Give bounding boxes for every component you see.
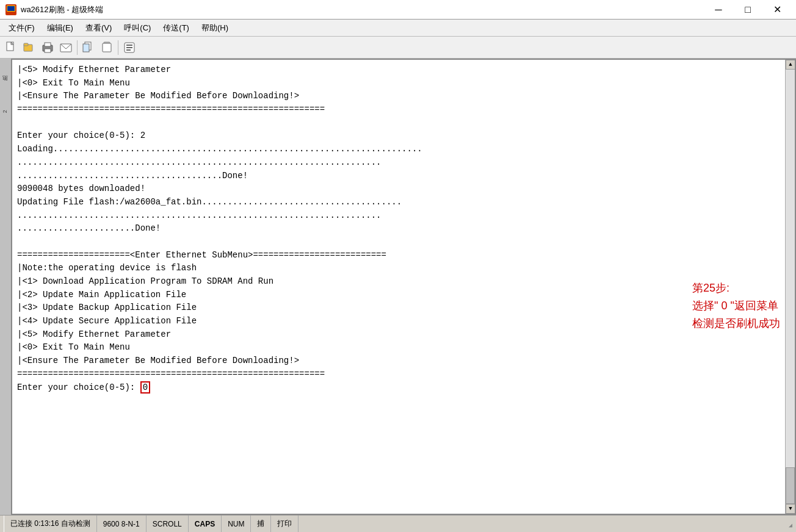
window-title: wa2612刷胞 - 超级终端 xyxy=(21,4,704,15)
open-icon xyxy=(23,41,35,54)
vertical-scrollbar[interactable]: ▲ ▼ xyxy=(785,60,795,514)
menu-edit[interactable]: 编辑(E) xyxy=(41,21,79,35)
svg-rect-9 xyxy=(45,49,51,52)
resize-grip[interactable]: ◢ xyxy=(783,519,792,529)
svg-rect-18 xyxy=(126,49,131,51)
toolbar-print[interactable] xyxy=(39,39,56,56)
scroll-thumb[interactable] xyxy=(786,467,795,504)
toolbar-mail[interactable] xyxy=(57,39,74,56)
status-item-5: 捕 xyxy=(251,516,271,532)
toolbar-new[interactable] xyxy=(2,39,20,56)
menu-call[interactable]: 呼叫(C) xyxy=(118,21,157,35)
toolbar-open[interactable] xyxy=(21,39,38,56)
new-icon xyxy=(5,41,17,54)
terminal-output[interactable]: |<5> Modify Ethernet Parameter |<0> Exit… xyxy=(12,60,785,514)
paste-icon xyxy=(101,41,113,54)
toolbar xyxy=(0,37,796,59)
annotation-line1: 第25步: xyxy=(692,282,729,294)
terminal-input-cursor: 0 xyxy=(140,381,150,394)
app-icon xyxy=(5,4,17,16)
svg-rect-12 xyxy=(83,44,89,52)
toolbar-paste[interactable] xyxy=(98,39,115,56)
scroll-track[interactable] xyxy=(786,70,795,504)
annotation-line3: 检测是否刷机成功 xyxy=(692,317,780,329)
status-bar: 已连接 0:13:16 自动检测9600 8-N-1SCROLLCAPSNUM捕… xyxy=(0,515,796,532)
svg-rect-2 xyxy=(7,6,15,11)
window-controls: ─ □ ✕ xyxy=(704,1,791,19)
menu-view[interactable]: 查看(V) xyxy=(79,21,118,35)
status-item-6: 打印 xyxy=(271,516,298,532)
title-bar: wa2612刷胞 - 超级终端 ─ □ ✕ xyxy=(0,0,796,20)
annotation-text: 第25步:选择" 0 "返回菜单检测是否刷机成功 xyxy=(692,279,780,332)
svg-rect-6 xyxy=(24,43,28,46)
mail-icon xyxy=(60,41,72,54)
minimize-button[interactable]: ─ xyxy=(704,1,733,19)
menu-transfer[interactable]: 传送(T) xyxy=(157,21,195,35)
print-icon xyxy=(42,41,54,54)
menu-bar: 文件(F) 编辑(E) 查看(V) 呼叫(C) 传送(T) 帮助(H) xyxy=(0,20,796,37)
status-item-3: CAPS xyxy=(189,516,222,532)
menu-file[interactable]: 文件(F) xyxy=(2,21,41,35)
close-button[interactable]: ✕ xyxy=(763,1,791,19)
scroll-up-button[interactable]: ▲ xyxy=(786,60,795,70)
toolbar-copy[interactable] xyxy=(80,39,97,56)
annotation-line2: 选择" 0 "返回菜单 xyxy=(692,300,778,312)
status-item-4: NUM xyxy=(222,516,251,532)
copy-icon xyxy=(82,41,95,54)
svg-rect-16 xyxy=(126,45,132,46)
maximize-button[interactable]: □ xyxy=(734,1,762,19)
main-area: 刷 胞 2 |<5> Modify Ethernet Parameter |<0… xyxy=(0,59,796,515)
terminal-area: |<5> Modify Ethernet Parameter |<0> Exit… xyxy=(11,59,796,515)
toolbar-separator-1 xyxy=(77,40,78,55)
svg-rect-8 xyxy=(45,43,51,46)
left-ruler: 刷 胞 2 xyxy=(0,59,11,515)
menu-help[interactable]: 帮助(H) xyxy=(195,21,234,35)
status-item-1: 9600 8-N-1 xyxy=(97,516,147,532)
toolbar-separator-2 xyxy=(118,40,118,55)
status-item-0: 已连接 0:13:16 自动检测 xyxy=(4,516,97,532)
ruler-label-3: 2 xyxy=(2,110,9,113)
toolbar-properties[interactable] xyxy=(121,39,138,56)
svg-rect-14 xyxy=(103,43,111,52)
scroll-down-button[interactable]: ▼ xyxy=(786,504,795,514)
svg-rect-17 xyxy=(126,47,132,48)
properties-icon xyxy=(123,41,136,54)
status-item-2: SCROLL xyxy=(147,516,189,532)
